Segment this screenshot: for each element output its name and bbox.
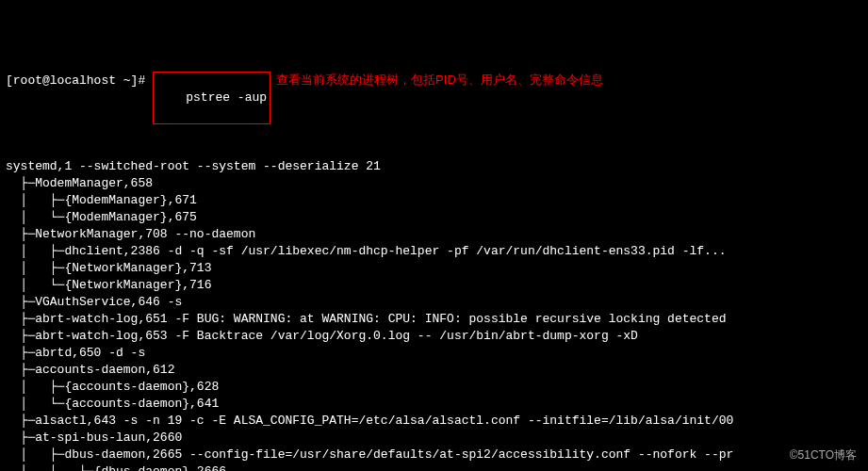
output-line: ├─at-spi-bus-laun,2660 bbox=[6, 430, 862, 447]
output-line: │ ├─dbus-daemon,2665 --config-file=/usr/… bbox=[6, 447, 862, 463]
output-line: │ ├─{ModemManager},671 bbox=[6, 192, 862, 209]
output-line: ├─VGAuthService,646 -s bbox=[6, 294, 862, 311]
pstree-output: systemd,1 --switched-root --system --des… bbox=[6, 158, 862, 471]
output-line: │ ├─dhclient,2386 -d -q -sf /usr/libexec… bbox=[6, 243, 862, 260]
output-line: ├─abrt-watch-log,651 -F BUG: WARNING: at… bbox=[6, 311, 862, 328]
output-line: │ ├─{accounts-daemon},628 bbox=[6, 379, 862, 396]
command-text: pstree -aup bbox=[186, 90, 267, 105]
output-line: │ └─{NetworkManager},716 bbox=[6, 277, 862, 294]
output-line: ├─abrtd,650 -d -s bbox=[6, 345, 862, 362]
output-line: │ ├─{NetworkManager},713 bbox=[6, 260, 862, 277]
watermark: ©51CTO博客 bbox=[790, 447, 857, 463]
output-line: ├─ModemManager,658 bbox=[6, 175, 862, 192]
prompt-user-host: [root@localhost ~]# bbox=[6, 73, 145, 89]
annotation-text: 查看当前系统的进程树，包括PID号、用户名、完整命令信息 bbox=[276, 72, 603, 89]
output-line: │ └─{accounts-daemon},641 bbox=[6, 396, 862, 413]
prompt-line: [root@localhost ~]# pstree -aup 查看当前系统的进… bbox=[6, 72, 862, 124]
output-line: │ └─{ModemManager},675 bbox=[6, 209, 862, 226]
output-line: ├─alsactl,643 -s -n 19 -c -E ALSA_CONFIG… bbox=[6, 413, 862, 430]
output-line: ├─NetworkManager,708 --no-daemon bbox=[6, 226, 862, 243]
output-line: systemd,1 --switched-root --system --des… bbox=[6, 158, 862, 175]
output-line: ├─abrt-watch-log,653 -F Backtrace /var/l… bbox=[6, 328, 862, 345]
output-line: ├─accounts-daemon,612 bbox=[6, 362, 862, 379]
command-highlight: pstree -aup bbox=[153, 72, 270, 124]
output-line: │ │ └─{dbus-daemon},2666 bbox=[6, 463, 862, 471]
